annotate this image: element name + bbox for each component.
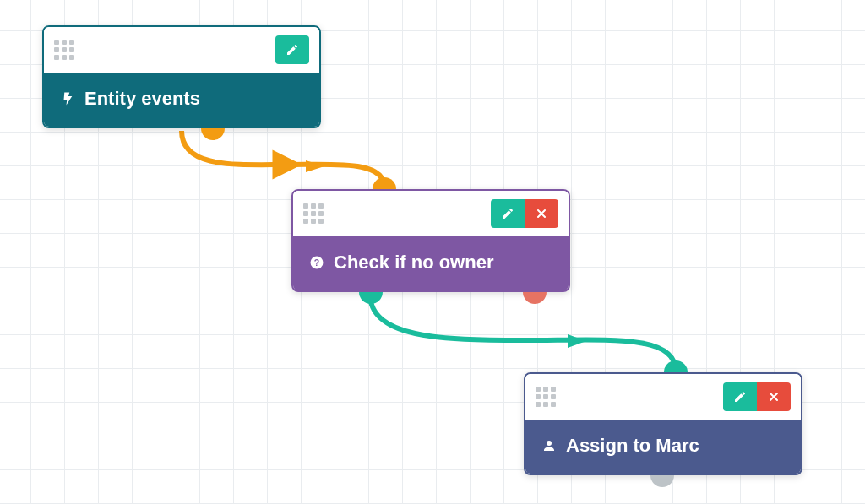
node-title: Check if no owner [334, 252, 493, 274]
delete-button[interactable] [757, 382, 791, 411]
node-title: Entity events [84, 88, 200, 110]
drag-handle-icon[interactable] [54, 40, 74, 60]
svg-marker-0 [306, 160, 324, 172]
pencil-icon [286, 43, 299, 57]
svg-text:?: ? [314, 257, 319, 268]
node-header[interactable] [525, 374, 801, 420]
node-entity-events[interactable]: Entity events [42, 25, 321, 128]
node-body: Assign to Marc [525, 420, 801, 474]
output-port[interactable] [650, 475, 674, 487]
edit-button[interactable] [275, 35, 309, 64]
output-port[interactable] [201, 128, 225, 140]
bolt-icon [59, 90, 76, 107]
node-body: ? Check if no owner [293, 236, 569, 290]
input-port[interactable] [373, 177, 396, 189]
user-icon [541, 437, 558, 454]
question-icon: ? [308, 254, 325, 271]
drag-handle-icon[interactable] [303, 203, 324, 224]
node-body: Entity events [44, 73, 319, 127]
close-icon [767, 390, 781, 404]
delete-button[interactable] [525, 199, 558, 228]
pencil-icon [733, 390, 747, 404]
workflow-canvas[interactable]: Entity events [0, 0, 865, 504]
input-port[interactable] [664, 360, 688, 372]
output-port-false[interactable] [523, 292, 547, 304]
edit-button[interactable] [491, 199, 525, 228]
close-icon [535, 207, 548, 220]
pencil-icon [501, 207, 514, 220]
node-header[interactable] [293, 191, 569, 236]
node-check-owner[interactable]: ? Check if no owner [291, 189, 570, 292]
node-title: Assign to Marc [566, 435, 699, 457]
node-assign-to-marc[interactable]: Assign to Marc [524, 372, 802, 475]
output-port-true[interactable] [359, 292, 383, 304]
edit-button[interactable] [723, 382, 757, 411]
node-header[interactable] [44, 27, 319, 73]
drag-handle-icon[interactable] [536, 387, 556, 407]
svg-marker-1 [568, 334, 586, 348]
